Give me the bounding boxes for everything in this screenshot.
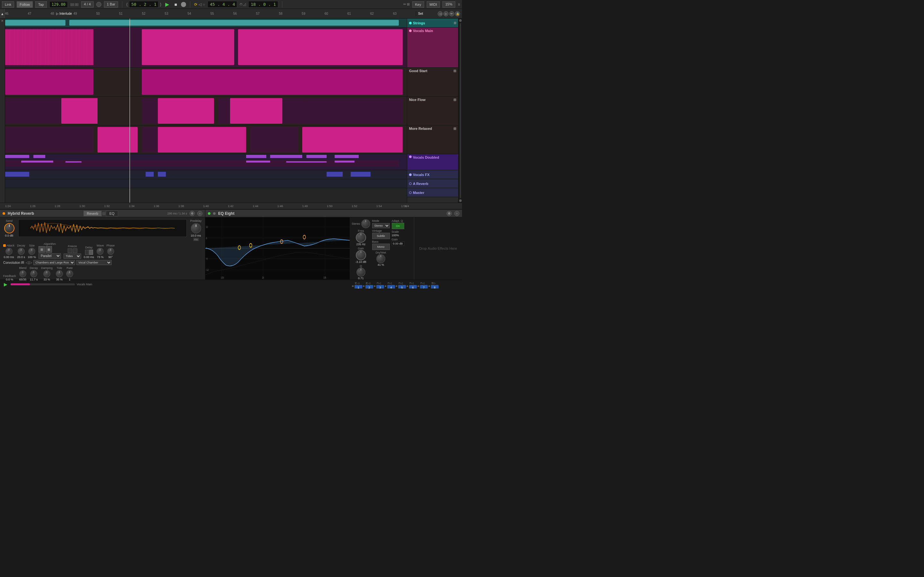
good-start-expand[interactable]: ⊞ <box>453 69 456 73</box>
band-filter-icon-13[interactable]: ⊓ <box>420 282 422 285</box>
reverb-power-btn[interactable]: ○ <box>197 211 202 216</box>
track-header-more-relaxed[interactable]: More Relaxed ⊞ <box>407 125 458 154</box>
strings-expand[interactable]: ⊞ <box>454 21 456 25</box>
freeze-select[interactable]: Tides <box>63 253 81 259</box>
position3-display[interactable]: 18 . 0 . 1 <box>248 1 278 8</box>
band-eye-3[interactable]: 👁 <box>373 285 376 288</box>
decay2-knob[interactable] <box>30 270 37 277</box>
strings-clip-2[interactable] <box>69 20 399 26</box>
vocals-clip-2[interactable] <box>142 29 234 65</box>
track-header-a-reverb[interactable]: A Reverb <box>407 179 458 188</box>
predelay-knob[interactable] <box>191 223 201 234</box>
band-filter-icon-8[interactable]: ◁ <box>390 282 392 285</box>
follow-button[interactable]: Follow <box>17 1 33 8</box>
good-start-clip-2[interactable] <box>142 69 403 95</box>
vd-clip-6[interactable] <box>334 155 359 158</box>
band-filter-icon-15[interactable]: ⊐ <box>431 282 433 285</box>
bpm-display[interactable]: 129.00 <box>49 1 68 8</box>
nice-flow-clip-2[interactable] <box>158 98 214 124</box>
q-knob[interactable] <box>357 268 365 277</box>
rate-knob[interactable] <box>66 270 73 277</box>
mini-play-btn[interactable]: ▶ <box>3 281 9 287</box>
band-1-btn[interactable]: 1 <box>355 285 362 288</box>
position-display[interactable]: 50 . 2 . 1 <box>129 1 158 8</box>
gain-knob[interactable] <box>356 250 366 260</box>
sidebar-collapse[interactable]: ▶ <box>2 19 3 22</box>
band-eye-8[interactable]: 👁 <box>428 285 431 288</box>
strings-clip-1[interactable] <box>5 20 65 26</box>
vfx-clip-1[interactable] <box>5 172 29 177</box>
dry-wet-knob[interactable] <box>376 254 385 263</box>
algo-mode-btn[interactable]: ⊠ <box>45 246 52 253</box>
reverb-settings-btn[interactable]: ⚙ <box>190 211 195 216</box>
key-button[interactable]: Key <box>412 1 424 8</box>
band-filter-icon-9[interactable]: ⊓ <box>399 282 401 285</box>
more-relaxed-clip-1[interactable] <box>97 127 137 153</box>
record-btn[interactable] <box>181 2 186 7</box>
midi-button[interactable]: MIDI <box>427 1 440 8</box>
vd-clip-1[interactable] <box>5 155 29 158</box>
vocals-clip-1[interactable] <box>5 29 94 65</box>
band-filter-icon-6[interactable]: ◁ <box>379 282 381 285</box>
send-knob[interactable] <box>4 223 15 234</box>
scroll-track[interactable] <box>460 23 461 198</box>
mini-progress[interactable] <box>11 284 75 285</box>
band-4-btn[interactable]: 4 <box>387 285 395 288</box>
stereo-knob[interactable] <box>361 219 370 228</box>
freeze-btn2[interactable] <box>73 248 78 253</box>
phase-knob[interactable] <box>107 248 114 255</box>
adapt-q-btn[interactable]: On <box>392 223 404 229</box>
more-relaxed-expand[interactable]: ⊞ <box>453 127 456 131</box>
band-filter-icon-5[interactable]: ⊓ <box>376 282 379 285</box>
band-filter-icon-3[interactable]: ⊏ <box>366 282 368 285</box>
mode-select[interactable]: Stereo <box>372 223 390 228</box>
vd-clip-3[interactable] <box>246 155 266 158</box>
scroll-up[interactable] <box>459 19 462 22</box>
vocals-clip-3[interactable] <box>238 29 403 65</box>
eq-settings-btn[interactable]: ⚙ <box>447 211 452 216</box>
collapse-btn[interactable]: ▲ <box>0 9 5 18</box>
band-eye-7[interactable]: 👁 <box>417 285 420 288</box>
blend-knob[interactable] <box>19 270 26 277</box>
position2-display[interactable]: 45 . 4 . 4 <box>208 1 237 8</box>
band-8-btn[interactable]: 8 <box>431 285 439 288</box>
band-7-btn[interactable]: 7 <box>420 285 428 288</box>
wave-knob[interactable] <box>97 248 103 255</box>
vfx-clip-5[interactable] <box>351 172 371 177</box>
eq-tab[interactable]: EQ <box>106 211 118 216</box>
track-header-vocals-doubled[interactable]: Vocals Doubled <box>407 154 458 170</box>
track-header-strings[interactable]: Strings ⊞ <box>407 19 458 27</box>
track-header-good-start[interactable]: Good Start ⊞ <box>407 68 458 97</box>
algo-type-btn[interactable]: ⊞ <box>39 246 45 253</box>
vfx-clip-4[interactable] <box>326 172 342 177</box>
set-lock-btn[interactable]: 🔒 <box>455 11 460 16</box>
band-eye-4[interactable]: 👁 <box>384 285 387 288</box>
vfx-clip-2[interactable] <box>145 172 153 177</box>
band-filter-icon-1[interactable]: ⊏ <box>355 282 357 285</box>
track-header-vocals-fx[interactable]: Vocals FX <box>407 170 458 179</box>
band-filter-icon-14[interactable]: ◁ <box>423 282 425 285</box>
vd-clip-2[interactable] <box>33 155 45 158</box>
link-button[interactable]: Link <box>2 1 14 8</box>
time-sig[interactable]: 4 / 4 <box>81 1 94 8</box>
tide-knob[interactable] <box>56 270 63 277</box>
track-header-nice-flow[interactable]: Nice Flow ⊞ <box>407 97 458 125</box>
drop-zone[interactable]: Drop Audio Effects Here <box>414 218 462 279</box>
set-right-btn[interactable]: ▷ <box>443 11 449 16</box>
band-eye-5[interactable]: 👁 <box>395 285 398 288</box>
ir-preset-select[interactable]: Vocal Chamber <box>76 260 111 265</box>
eq-power-btn[interactable]: ○ <box>454 211 459 216</box>
stop-button[interactable]: ■ <box>173 1 178 8</box>
vd-clip-4[interactable] <box>270 155 302 158</box>
band-eye-1[interactable]: 👁 <box>352 285 354 288</box>
band-filter-icon-4[interactable]: ◁ <box>368 282 370 285</box>
band-filter-icon-2[interactable]: ◁ <box>357 282 359 285</box>
vfx-clip-3[interactable] <box>158 172 166 177</box>
menu-icon[interactable]: ≡ <box>458 2 460 7</box>
band-filter-icon-12[interactable]: ◁ <box>412 282 414 285</box>
vd-clip-5[interactable] <box>306 155 326 158</box>
band-filter-icon-10[interactable]: ◁ <box>401 282 403 285</box>
damping-knob[interactable] <box>43 270 50 277</box>
nice-flow-clip-3[interactable] <box>230 98 282 124</box>
more-relaxed-clip-3[interactable] <box>302 127 403 153</box>
